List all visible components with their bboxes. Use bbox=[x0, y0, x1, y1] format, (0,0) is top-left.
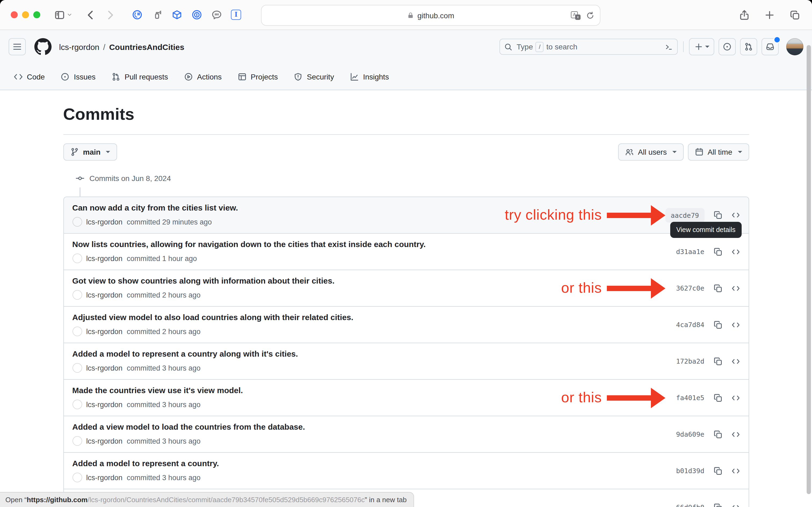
commit-author[interactable]: lcs-rgordon bbox=[86, 254, 122, 262]
commit-list: Can now add a city from the cities list … bbox=[63, 196, 749, 507]
blocker-extension-icon[interactable] bbox=[191, 9, 202, 20]
commit-author[interactable]: lcs-rgordon bbox=[86, 437, 122, 445]
commit-row-actions: 3627c0e bbox=[676, 284, 740, 292]
commit-hash-link[interactable]: 4ca7d84 bbox=[676, 321, 704, 329]
browse-code-button[interactable] bbox=[731, 503, 740, 507]
commit-hash-link[interactable]: fa401e5 bbox=[676, 394, 704, 402]
copy-commit-hash-button[interactable] bbox=[713, 211, 722, 219]
user-avatar[interactable] bbox=[786, 38, 803, 55]
commit-hash-link[interactable]: aacde79 bbox=[665, 208, 704, 222]
browse-code-button[interactable] bbox=[731, 393, 740, 402]
browse-code-button[interactable] bbox=[731, 211, 740, 219]
all-time-filter[interactable]: All time bbox=[688, 144, 749, 161]
close-window-button[interactable] bbox=[11, 11, 18, 18]
author-avatar[interactable] bbox=[72, 253, 82, 263]
tab-security[interactable]: Security bbox=[290, 69, 338, 84]
speech-bubble-extension-icon[interactable] bbox=[211, 9, 222, 20]
global-menu-button[interactable] bbox=[9, 38, 26, 55]
tab-issues[interactable]: Issues bbox=[57, 69, 100, 84]
browse-code-button[interactable] bbox=[731, 284, 740, 292]
address-bar[interactable]: github.com Ax bbox=[261, 5, 600, 26]
commit-title-link[interactable]: Now lists countries, allowing for naviga… bbox=[72, 239, 425, 249]
cube-extension-icon[interactable] bbox=[171, 9, 182, 20]
author-avatar[interactable] bbox=[72, 327, 82, 336]
author-avatar[interactable] bbox=[72, 472, 82, 482]
chevron-down-icon bbox=[738, 151, 742, 153]
share-icon[interactable] bbox=[739, 9, 750, 20]
commit-author[interactable]: lcs-rgordon bbox=[86, 364, 122, 372]
commit-author[interactable]: lcs-rgordon bbox=[86, 400, 122, 408]
forward-button[interactable] bbox=[105, 9, 115, 20]
instapaper-extension-icon[interactable]: I bbox=[231, 10, 241, 20]
tab-insights[interactable]: Insights bbox=[346, 69, 393, 84]
pull-requests-button[interactable] bbox=[740, 38, 757, 55]
commit-hash-link[interactable]: d31aa1e bbox=[676, 247, 704, 256]
commit-author[interactable]: lcs-rgordon bbox=[86, 291, 122, 299]
commit-hash-link[interactable]: 66d9fb0 bbox=[676, 503, 704, 507]
commit-hash-link[interactable]: b01d39d bbox=[676, 467, 704, 475]
browse-code-button[interactable] bbox=[731, 466, 740, 475]
commit-title-link[interactable]: Added a model to represent a country alo… bbox=[72, 349, 298, 358]
back-button[interactable] bbox=[85, 9, 96, 20]
sidebar-icon[interactable] bbox=[54, 9, 65, 20]
browse-code-button[interactable] bbox=[731, 247, 740, 256]
copy-commit-hash-button[interactable] bbox=[713, 320, 722, 329]
create-new-button[interactable] bbox=[689, 38, 714, 55]
tab-code[interactable]: Code bbox=[10, 69, 49, 84]
minimize-window-button[interactable] bbox=[22, 11, 29, 18]
command-palette-icon[interactable] bbox=[665, 43, 673, 51]
new-tab-icon[interactable] bbox=[764, 9, 775, 20]
commit-title-link[interactable]: Made the countries view use it's view mo… bbox=[72, 386, 243, 395]
spray-bottle-extension-icon[interactable] bbox=[152, 9, 162, 20]
author-avatar[interactable] bbox=[72, 400, 82, 409]
browse-code-button[interactable] bbox=[731, 430, 740, 439]
copy-commit-hash-button[interactable] bbox=[713, 247, 722, 256]
copy-commit-hash-button[interactable] bbox=[713, 284, 722, 292]
all-users-filter[interactable]: All users bbox=[618, 144, 683, 161]
author-avatar[interactable] bbox=[72, 290, 82, 300]
slash-key-hint: / bbox=[536, 42, 544, 52]
search-input[interactable]: Type / to search bbox=[500, 39, 678, 55]
copy-commit-hash-button[interactable] bbox=[713, 357, 722, 365]
tab-actions[interactable]: Actions bbox=[180, 69, 226, 84]
copy-commit-hash-button[interactable] bbox=[713, 466, 722, 475]
author-avatar[interactable] bbox=[72, 363, 82, 373]
breadcrumb-repo[interactable]: CountriesAndCities bbox=[109, 42, 184, 51]
commit-title-link[interactable]: Got view to show countries along with in… bbox=[72, 276, 335, 285]
author-avatar[interactable] bbox=[72, 436, 82, 446]
breadcrumb-owner[interactable]: lcs-rgordon bbox=[59, 42, 99, 51]
commit-author[interactable]: lcs-rgordon bbox=[86, 218, 122, 226]
breadcrumb: lcs-rgordon / CountriesAndCities bbox=[59, 42, 184, 51]
github-logo[interactable] bbox=[35, 38, 52, 55]
copy-commit-hash-button[interactable] bbox=[713, 503, 722, 507]
commit-title-link[interactable]: Adjusted view model to also load countri… bbox=[72, 313, 353, 322]
commit-title-link[interactable]: Added a view model to load the countries… bbox=[72, 422, 305, 431]
commit-time: committed 3 hours ago bbox=[127, 473, 200, 482]
tab-projects[interactable]: Projects bbox=[234, 69, 282, 84]
commit-author[interactable]: lcs-rgordon bbox=[86, 473, 122, 482]
scrollbar-thumb[interactable] bbox=[807, 45, 811, 494]
commit-hash-link[interactable]: 3627c0e bbox=[676, 284, 704, 292]
issues-button[interactable] bbox=[718, 38, 736, 55]
commit-row: Got view to show countries along with in… bbox=[64, 270, 748, 306]
translate-icon[interactable]: Ax bbox=[571, 11, 581, 19]
commit-hash-link[interactable]: 172ba2d bbox=[676, 357, 704, 365]
branch-selector[interactable]: main bbox=[63, 144, 117, 161]
status-bar: Open “https://github.com/lcs-rgordon/Cou… bbox=[0, 492, 414, 507]
browse-code-button[interactable] bbox=[731, 320, 740, 329]
tab-pull-requests[interactable]: Pull requests bbox=[107, 69, 172, 84]
moon-pause-extension-icon[interactable] bbox=[131, 9, 142, 20]
commit-hash-link[interactable]: 9da609e bbox=[676, 430, 704, 438]
commit-title-link[interactable]: Can now add a city from the cities list … bbox=[72, 203, 238, 212]
commit-author[interactable]: lcs-rgordon bbox=[86, 327, 122, 335]
reload-icon[interactable] bbox=[586, 11, 594, 19]
graph-icon bbox=[350, 72, 359, 81]
copy-commit-hash-button[interactable] bbox=[713, 430, 722, 439]
zoom-window-button[interactable] bbox=[33, 11, 40, 18]
sidebar-chevron-icon[interactable] bbox=[67, 12, 72, 18]
browse-code-button[interactable] bbox=[731, 357, 740, 365]
author-avatar[interactable] bbox=[72, 217, 82, 227]
tab-overview-icon[interactable] bbox=[790, 9, 800, 20]
commit-title-link[interactable]: Added a model to represent a country. bbox=[72, 459, 219, 468]
copy-commit-hash-button[interactable] bbox=[713, 393, 722, 402]
